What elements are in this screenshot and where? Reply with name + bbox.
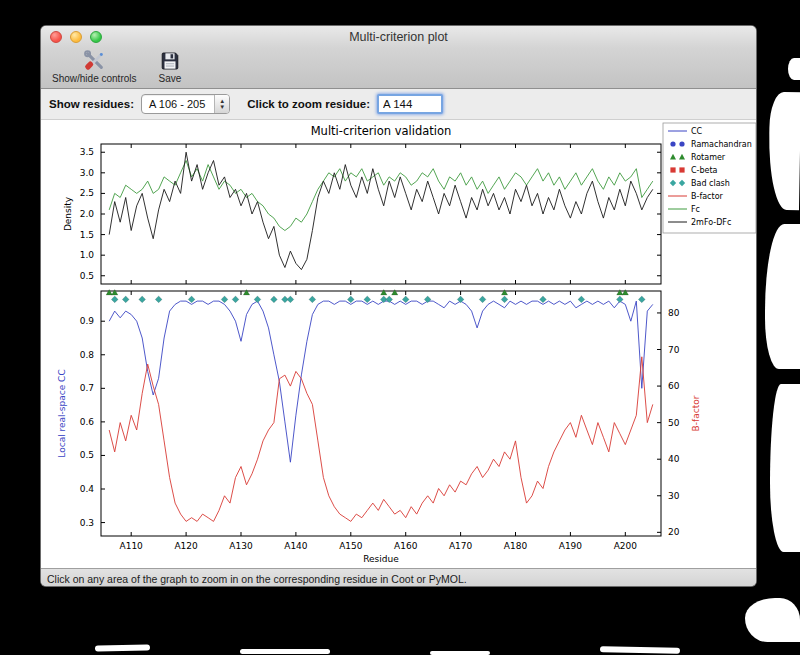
svg-text:A110: A110 [120,541,144,551]
svg-text:3.0: 3.0 [80,168,95,178]
svg-text:Density: Density [63,196,73,231]
tools-icon [83,50,105,72]
xaxis-label: Residue [363,554,399,564]
svg-text:A180: A180 [504,541,528,551]
svg-text:Local real-space CC: Local real-space CC [57,369,67,457]
svg-text:A120: A120 [174,541,198,551]
svg-text:60: 60 [668,381,680,391]
svg-text:40: 40 [668,454,680,464]
svg-text:Rotamer: Rotamer [691,153,726,162]
zoom-residue-label: Click to zoom residue: [247,98,370,110]
show-hide-controls-label: Show/hide controls [52,73,137,84]
status-text: Click on any area of the graph to zoom i… [47,573,467,585]
svg-text:0.5: 0.5 [80,450,94,460]
svg-text:A160: A160 [394,541,418,551]
status-bar: Click on any area of the graph to zoom i… [41,568,756,587]
svg-text:1.5: 1.5 [80,230,94,240]
chart-title: Multi-criterion validation [311,124,452,138]
svg-text:Multi-criterion validation: Multi-criterion validation [311,124,452,138]
multi-criterion-chart[interactable]: Multi-criterion validation0.51.01.52.02.… [41,120,757,568]
screenshot-artifact [95,645,150,652]
window-title: Multi-criterion plot [349,30,448,44]
svg-text:1.0: 1.0 [80,250,95,260]
show-residues-label: Show residues: [49,98,134,110]
chart-legend: CCRamachandranRotamerC-betaBad clashB-fa… [663,123,756,233]
svg-text:Fc: Fc [691,205,700,214]
controls-bar: Show residues: A 106 - 205 ▲ ▼ Click to … [41,89,756,120]
svg-text:C-beta: C-beta [691,166,718,175]
svg-text:0.6: 0.6 [80,417,95,427]
svg-text:50: 50 [668,418,680,428]
zoom-window-button[interactable] [90,31,102,43]
save-label: Save [159,73,182,84]
svg-text:A200: A200 [614,541,638,551]
svg-text:B-factor: B-factor [691,395,701,431]
multi-criterion-plot-window: Multi-criterion plot Show/hide controls [40,25,757,587]
screenshot-artifact [430,651,490,655]
svg-text:A140: A140 [284,541,308,551]
combo-stepper[interactable]: ▲ ▼ [214,95,229,113]
bottom-ylabel-right: B-factor [691,395,701,431]
svg-text:70: 70 [668,345,680,355]
svg-text:Bad clash: Bad clash [691,179,730,188]
svg-text:A170: A170 [449,541,473,551]
axes-frames [101,144,661,536]
screenshot-artifact [745,598,800,642]
svg-text:0.7: 0.7 [80,383,94,393]
svg-text:3.5: 3.5 [80,147,94,157]
svg-text:B-factor: B-factor [691,192,724,201]
svg-text:2.0: 2.0 [80,209,95,219]
show-hide-controls-button[interactable]: Show/hide controls [49,49,140,85]
top-ylabel: Density [63,196,73,231]
screenshot-artifact [765,224,800,369]
screenshot-artifact [788,58,800,80]
svg-text:2.5: 2.5 [80,188,94,198]
screenshot-artifact [770,384,800,552]
svg-text:Ramachandran: Ramachandran [691,140,752,149]
zoom-residue-input[interactable] [377,94,443,114]
save-button[interactable]: Save [156,49,185,85]
window-titlebar[interactable]: Multi-criterion plot [41,26,756,48]
screenshot-artifact [240,649,330,654]
svg-text:2mFo-DFc: 2mFo-DFc [691,218,731,227]
svg-text:80: 80 [668,308,680,318]
svg-text:30: 30 [668,491,680,501]
plot-area[interactable]: Multi-criterion validation0.51.01.52.02.… [41,120,756,568]
screenshot-artifact [600,646,680,653]
svg-text:A150: A150 [339,541,363,551]
residue-range-select[interactable]: A 106 - 205 ▲ ▼ [141,94,230,114]
close-button[interactable] [50,31,62,43]
svg-text:0.4: 0.4 [80,484,95,494]
svg-text:Residue: Residue [363,554,399,564]
toolbar: Show/hide controls Save [41,48,756,89]
residue-range-value: A 106 - 205 [149,98,214,110]
stepper-down-icon: ▼ [219,104,225,110]
save-icon [159,50,181,72]
svg-text:CC: CC [691,127,703,136]
svg-text:0.8: 0.8 [80,350,95,360]
svg-text:0.5: 0.5 [80,271,94,281]
traffic-lights [50,26,102,48]
svg-text:0.9: 0.9 [80,316,95,326]
bottom-ylabel-left: Local real-space CC [57,369,67,457]
svg-text:20: 20 [668,527,680,537]
svg-text:A130: A130 [229,541,253,551]
svg-text:0.3: 0.3 [80,518,94,528]
screenshot-artifact [768,92,800,211]
minimize-button[interactable] [70,31,82,43]
svg-text:A190: A190 [559,541,583,551]
